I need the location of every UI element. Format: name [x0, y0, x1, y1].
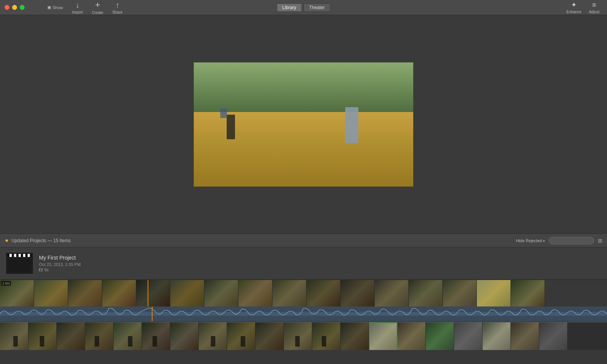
filmstrip-frame	[34, 280, 68, 306]
timeline-area: 1.5m	[0, 280, 607, 364]
filmstrip-frame	[102, 280, 136, 306]
filmstrip-frame	[477, 280, 511, 306]
source-frame	[57, 322, 85, 350]
figure-left	[227, 115, 235, 139]
library-theater-toggle: Library Theater	[277, 3, 330, 12]
source-frame	[227, 322, 255, 350]
projects-title-text: Updated Projects — 15 Items	[11, 238, 71, 243]
source-frame	[511, 322, 539, 350]
source-frame	[426, 322, 454, 350]
show-icon	[47, 5, 51, 10]
grid-view-icon[interactable]: ⊞	[598, 238, 602, 244]
projects-title: ★ Updated Projects — 15 Items	[5, 238, 71, 243]
filmstrip-frame	[136, 280, 170, 306]
share-button[interactable]: Share	[112, 1, 123, 14]
theater-tab[interactable]: Theater	[304, 3, 330, 12]
title-bar: Show Import Create Share Library Theater…	[0, 0, 607, 15]
create-label: Create	[92, 11, 103, 15]
import-label: Import	[72, 10, 83, 14]
primary-filmstrip[interactable]: 1.5m	[0, 280, 607, 306]
project-name: My First Project	[39, 255, 81, 261]
source-frame	[142, 322, 170, 350]
filmstrip-frame	[443, 280, 477, 306]
toolbar-left: Show Import Create Share	[47, 0, 123, 15]
source-frame	[85, 322, 114, 350]
filmstrip-frame	[409, 280, 443, 306]
project-date: Oct 23, 2013, 2:35 PM	[39, 262, 81, 267]
source-frame	[28, 322, 57, 350]
filmstrip-frame	[170, 280, 204, 306]
source-frame	[199, 322, 227, 350]
filmstrip-frame	[511, 280, 545, 306]
source-frame	[0, 322, 28, 350]
source-frame	[114, 322, 142, 350]
video-frame	[194, 62, 413, 187]
video-preview[interactable]	[194, 62, 413, 187]
filmstrip-frame	[238, 280, 272, 306]
source-frame	[482, 322, 511, 350]
adjust-button[interactable]: Adjust	[589, 1, 599, 14]
source-frame-highlighted	[369, 322, 397, 350]
source-frame	[454, 322, 482, 350]
filmstrip-frame	[375, 280, 409, 306]
show-button[interactable]: Show	[47, 5, 63, 10]
share-icon	[115, 1, 119, 9]
hide-rejected-button[interactable]: Hide Rejected	[516, 238, 545, 243]
import-icon	[76, 1, 79, 9]
search-input[interactable]	[549, 237, 594, 244]
minimize-button[interactable]	[12, 5, 17, 10]
source-clips-row[interactable]	[0, 322, 607, 350]
filmstrip-frame	[307, 280, 341, 306]
timeline-label: 1.5m	[1, 281, 11, 286]
import-button[interactable]: Import	[72, 1, 83, 14]
enhance-label: Enhance	[567, 10, 581, 14]
create-icon	[95, 0, 100, 10]
figure-grey	[345, 107, 358, 143]
library-tab[interactable]: Library	[277, 3, 302, 12]
source-frame	[170, 322, 199, 350]
adjust-icon	[592, 1, 596, 9]
source-frame	[284, 322, 312, 350]
close-button[interactable]	[5, 5, 9, 10]
projects-right: Hide Rejected ⊞	[516, 237, 602, 244]
clapboard-body	[7, 258, 32, 273]
show-label: Show	[53, 5, 63, 10]
preview-area	[0, 15, 607, 233]
source-frame	[312, 322, 341, 350]
maximize-button[interactable]	[20, 5, 25, 10]
source-frame	[341, 322, 369, 350]
filmstrip-frame	[204, 280, 238, 306]
waveform-row	[0, 306, 607, 322]
share-label: Share	[112, 10, 123, 14]
project-duration: 🎞 9s	[39, 268, 81, 272]
source-frame	[397, 322, 426, 350]
bottom-panel: ★ Updated Projects — 15 Items Hide Rejec…	[0, 233, 607, 364]
project-info: My First Project Oct 23, 2013, 2:35 PM 🎞…	[39, 255, 81, 272]
playhead[interactable]	[148, 280, 148, 306]
figure-jacket	[220, 109, 227, 118]
window-controls	[5, 5, 25, 10]
create-button[interactable]: Create	[92, 0, 103, 15]
adjust-label: Adjust	[589, 10, 599, 14]
source-frame	[255, 322, 284, 350]
svg-rect-1	[152, 306, 153, 321]
project-item[interactable]: My First Project Oct 23, 2013, 2:35 PM 🎞…	[0, 247, 607, 280]
source-frame	[539, 322, 568, 350]
filmstrip-frame	[341, 280, 375, 306]
projects-bar: ★ Updated Projects — 15 Items Hide Rejec…	[0, 234, 607, 247]
enhance-button[interactable]: Enhance	[567, 1, 581, 14]
filmstrip-frame	[68, 280, 102, 306]
clapboard-stripe	[7, 254, 32, 257]
waveform-svg	[0, 306, 607, 321]
enhance-icon	[571, 1, 577, 9]
film-icon: 🎞	[39, 268, 43, 272]
filmstrip-frame	[272, 280, 307, 306]
project-thumbnail	[5, 252, 34, 275]
star-icon: ★	[5, 238, 9, 243]
toolbar-right: Enhance Adjust	[567, 1, 599, 14]
